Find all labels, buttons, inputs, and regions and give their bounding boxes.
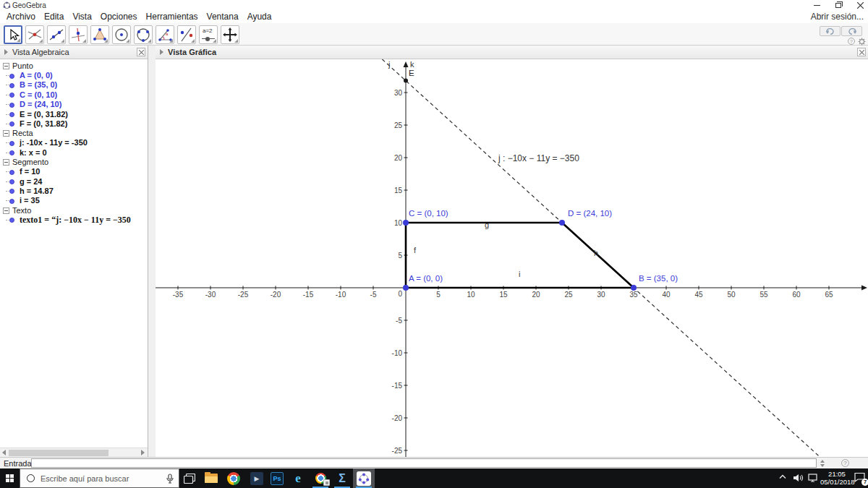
algebra-close-button[interactable] bbox=[137, 48, 145, 56]
menu-edita[interactable]: Edita bbox=[40, 11, 68, 23]
menu-opciones[interactable]: Opciones bbox=[96, 11, 142, 23]
object-visibility-dot[interactable] bbox=[9, 141, 14, 146]
algebra-item[interactable]: E = (0, 31.82) bbox=[0, 110, 148, 119]
object-visibility-dot[interactable] bbox=[9, 170, 14, 175]
graph-canvas[interactable]: -35-30-25-20-15-10-551015202530354045505… bbox=[156, 59, 868, 457]
sigma-app-button[interactable]: Σ bbox=[331, 468, 353, 488]
object-visibility-dot[interactable] bbox=[9, 103, 14, 108]
algebra-item[interactable]: texto1 = “j: −10x − 11y = −350 bbox=[0, 215, 148, 225]
algebra-item[interactable]: D = (24, 10) bbox=[0, 100, 148, 109]
chrome-button[interactable] bbox=[223, 468, 244, 488]
algebra-item[interactable]: C = (0, 10) bbox=[0, 90, 148, 100]
algebra-section-texto[interactable]: Texto bbox=[0, 206, 148, 215]
move-tool-button[interactable] bbox=[4, 25, 22, 44]
algebra-item[interactable]: i = 35 bbox=[0, 196, 148, 205]
tray-clock[interactable]: 21:05 05/01/2018 bbox=[820, 471, 854, 486]
scroll-right-icon[interactable] bbox=[141, 450, 145, 455]
polygon-tool-button[interactable] bbox=[90, 25, 109, 44]
slider-tool-button[interactable]: a=2 bbox=[199, 25, 218, 44]
svg-text:j: j bbox=[388, 60, 390, 69]
photoshop-button[interactable]: Ps bbox=[266, 468, 288, 488]
algebra-item[interactable]: k: x = 0 bbox=[0, 148, 148, 158]
taskbar-search-box[interactable] bbox=[20, 468, 179, 488]
maximize-button[interactable] bbox=[829, 0, 848, 10]
sign-in-link[interactable]: Abrir sesión... bbox=[811, 12, 864, 22]
object-visibility-dot[interactable] bbox=[9, 218, 14, 223]
scroll-left-icon[interactable] bbox=[2, 450, 6, 455]
point-E[interactable] bbox=[404, 79, 408, 83]
svg-text:50: 50 bbox=[727, 291, 736, 299]
collapse-icon[interactable] bbox=[3, 207, 9, 214]
menu-vista[interactable]: Vista bbox=[68, 11, 95, 23]
algebra-item[interactable]: F = (0, 31.82) bbox=[0, 119, 148, 129]
gear-icon[interactable] bbox=[858, 38, 866, 46]
geogebra-taskbar-button[interactable] bbox=[353, 468, 375, 488]
network-icon[interactable] bbox=[808, 474, 819, 482]
graphics-view-header[interactable]: Vista Gráfica bbox=[156, 46, 868, 59]
line-tool-button[interactable] bbox=[47, 25, 66, 44]
object-visibility-dot[interactable] bbox=[9, 179, 14, 184]
file-explorer-button[interactable] bbox=[200, 468, 222, 488]
algebra-item[interactable]: g = 24 bbox=[0, 177, 148, 187]
point-B[interactable] bbox=[631, 285, 637, 291]
object-visibility-dot[interactable] bbox=[9, 199, 14, 204]
collapse-icon[interactable] bbox=[3, 159, 9, 166]
internet-explorer-button[interactable]: e bbox=[287, 468, 309, 488]
start-button[interactable] bbox=[0, 468, 20, 488]
input-history-spinner-icon[interactable] bbox=[820, 460, 825, 467]
volume-icon[interactable] bbox=[793, 474, 804, 482]
algebra-section-punto[interactable]: Punto bbox=[0, 61, 148, 71]
perpendicular-tool-button[interactable] bbox=[69, 25, 88, 44]
algebra-item[interactable]: f = 10 bbox=[0, 167, 148, 176]
help-icon[interactable]: ? bbox=[848, 38, 855, 45]
redo-button[interactable] bbox=[841, 26, 862, 36]
algebra-view-header[interactable]: Vista Algebraica bbox=[0, 46, 148, 59]
conic-tool-button[interactable] bbox=[134, 25, 153, 44]
object-visibility-dot[interactable] bbox=[9, 189, 14, 194]
object-visibility-dot[interactable] bbox=[9, 83, 14, 88]
angle-tool-button[interactable]: a bbox=[156, 25, 174, 44]
algebra-section-recta[interactable]: Recta bbox=[0, 129, 148, 138]
menu-ventana[interactable]: Ventana bbox=[203, 11, 243, 23]
point-A[interactable] bbox=[403, 285, 409, 291]
collapse-icon[interactable] bbox=[3, 63, 9, 69]
action-center-button[interactable]: 7 bbox=[854, 472, 866, 484]
movies-tv-button[interactable]: ▶ bbox=[246, 468, 268, 488]
chrome-app-button[interactable] bbox=[310, 468, 331, 488]
task-view-button[interactable] bbox=[179, 468, 200, 488]
input-help-icon[interactable]: ? bbox=[841, 459, 849, 467]
algebra-item[interactable]: A = (0, 0) bbox=[0, 71, 148, 80]
object-visibility-dot[interactable] bbox=[9, 121, 14, 127]
point-D[interactable] bbox=[559, 220, 565, 226]
object-visibility-dot[interactable] bbox=[9, 74, 14, 79]
circle-tool-button[interactable] bbox=[112, 25, 131, 44]
close-button[interactable] bbox=[851, 0, 868, 10]
object-visibility-dot[interactable] bbox=[9, 93, 14, 98]
object-visibility-dot[interactable] bbox=[9, 150, 14, 155]
search-input[interactable] bbox=[35, 474, 166, 483]
panel-caret-icon[interactable] bbox=[160, 49, 163, 55]
undo-button[interactable] bbox=[820, 26, 841, 36]
algebra-item[interactable]: h = 14.87 bbox=[0, 187, 148, 196]
panel-caret-icon[interactable] bbox=[4, 49, 8, 55]
algebra-item[interactable]: j: -10x - 11y = -350 bbox=[0, 138, 148, 147]
menu-archivo[interactable]: Archivo bbox=[2, 11, 40, 23]
point-C[interactable] bbox=[403, 220, 409, 226]
entrada-input[interactable] bbox=[31, 458, 817, 468]
scrollbar-thumb[interactable] bbox=[9, 450, 109, 456]
move-view-tool-button[interactable] bbox=[221, 25, 239, 44]
horizontal-scrollbar[interactable] bbox=[0, 448, 148, 457]
graphics-close-button[interactable] bbox=[857, 48, 866, 56]
microphone-icon[interactable] bbox=[166, 474, 174, 484]
panel-splitter[interactable] bbox=[148, 46, 156, 457]
minimize-button[interactable] bbox=[807, 0, 826, 10]
tray-chevron-icon[interactable] bbox=[778, 474, 787, 479]
point-tool-button[interactable] bbox=[25, 25, 44, 44]
algebra-section-segmento[interactable]: Segmento bbox=[0, 158, 148, 167]
object-visibility-dot[interactable] bbox=[9, 112, 14, 117]
reflect-tool-button[interactable] bbox=[177, 25, 196, 44]
collapse-icon[interactable] bbox=[3, 130, 9, 137]
algebra-item[interactable]: B = (35, 0) bbox=[0, 80, 148, 90]
menu-ayuda[interactable]: Ayuda bbox=[243, 11, 276, 23]
menu-herramientas[interactable]: Herramientas bbox=[142, 11, 203, 23]
